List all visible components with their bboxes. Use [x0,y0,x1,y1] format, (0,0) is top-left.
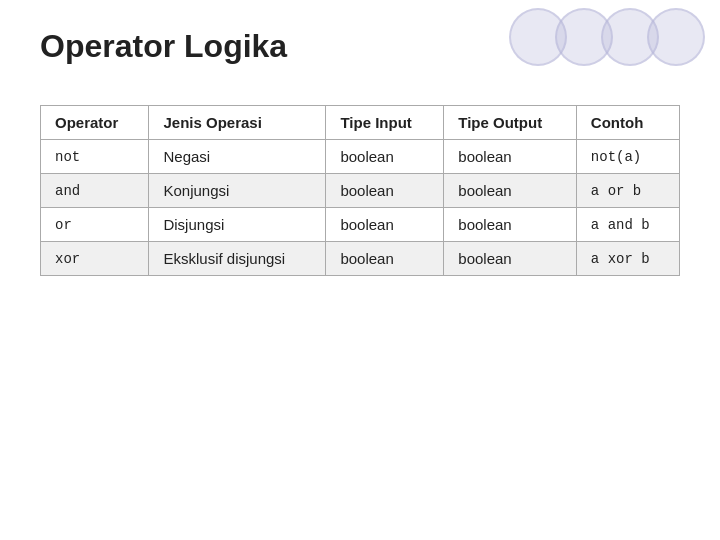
cell-0-tipe_output: boolean [444,140,577,174]
table-row: orDisjungsibooleanbooleana and b [41,208,680,242]
cell-3-contoh: a xor b [576,242,679,276]
table-row: xorEksklusif disjungsibooleanbooleana xo… [41,242,680,276]
col-header-jenis: Jenis Operasi [149,106,326,140]
col-header-tipe-input: Tipe Input [326,106,444,140]
table-row: notNegasibooleanbooleannot(a) [41,140,680,174]
cell-3-tipe_input: boolean [326,242,444,276]
col-header-tipe-output: Tipe Output [444,106,577,140]
operator-table: Operator Jenis Operasi Tipe Input Tipe O… [40,105,680,276]
cell-2-tipe_output: boolean [444,208,577,242]
cell-1-jenis: Konjungsi [149,174,326,208]
table-header-row: Operator Jenis Operasi Tipe Input Tipe O… [41,106,680,140]
main-content: Operator Jenis Operasi Tipe Input Tipe O… [40,105,680,276]
table-row: andKonjungsibooleanbooleana or b [41,174,680,208]
cell-2-contoh: a and b [576,208,679,242]
cell-2-tipe_input: boolean [326,208,444,242]
cell-2-operator: or [41,208,149,242]
decorative-circles [509,8,705,66]
cell-1-tipe_input: boolean [326,174,444,208]
circle-4 [647,8,705,66]
cell-0-jenis: Negasi [149,140,326,174]
cell-0-operator: not [41,140,149,174]
cell-3-tipe_output: boolean [444,242,577,276]
cell-0-tipe_input: boolean [326,140,444,174]
cell-3-operator: xor [41,242,149,276]
page-title: Operator Logika [40,28,287,65]
cell-1-contoh: a or b [576,174,679,208]
cell-2-jenis: Disjungsi [149,208,326,242]
col-header-contoh: Contoh [576,106,679,140]
col-header-operator: Operator [41,106,149,140]
cell-1-operator: and [41,174,149,208]
cell-3-jenis: Eksklusif disjungsi [149,242,326,276]
cell-1-tipe_output: boolean [444,174,577,208]
cell-0-contoh: not(a) [576,140,679,174]
